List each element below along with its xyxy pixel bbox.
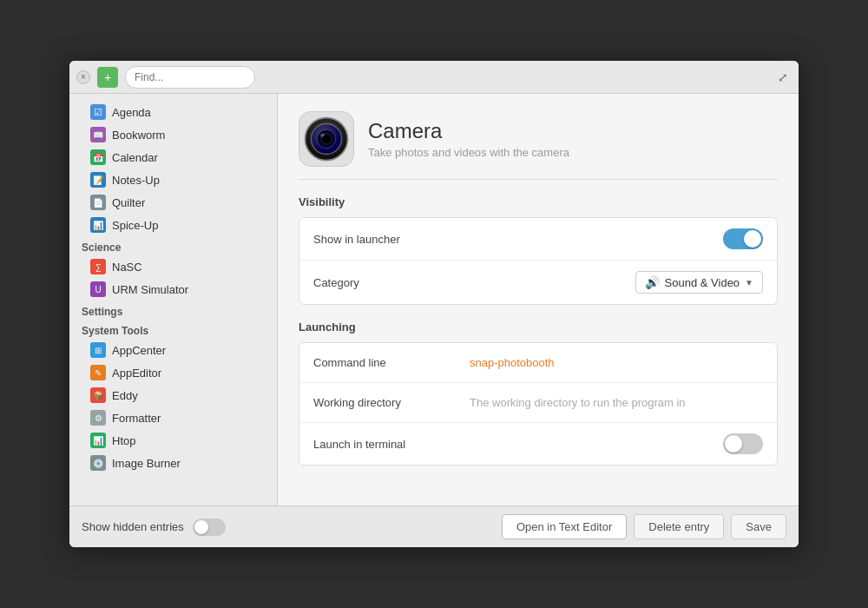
show-in-launcher-row: Show in launcher: [299, 218, 777, 261]
category-label: Category: [313, 276, 470, 289]
agenda-icon: ☑: [90, 104, 106, 120]
sidebar-item-label: AppCenter: [112, 344, 166, 357]
sidebar-item-agenda[interactable]: ☑ Agenda: [69, 101, 277, 123]
sidebar-item-appcenter[interactable]: ⊞ AppCenter: [69, 339, 277, 361]
sidebar-item-label: Formatter: [112, 412, 161, 425]
system-tools-section-label: System Tools: [69, 320, 277, 339]
app-subtitle: Take photos and videos with the camera: [368, 146, 569, 159]
sidebar-section-system-tools: System Tools ⊞ AppCenter ✎ AppEditor 📦 E…: [69, 320, 277, 474]
plus-icon: +: [104, 70, 111, 84]
sidebar: ☑ Agenda 📖 Bookworm 📅 Calendar 📝 Notes-U…: [69, 94, 278, 506]
image-burner-icon: 💿: [90, 455, 106, 471]
sidebar-section-settings: Settings: [69, 301, 277, 320]
sidebar-item-label: AppEditor: [112, 367, 161, 380]
sidebar-item-label: Spice-Up: [112, 219, 158, 232]
category-dropdown[interactable]: 🔊 Sound & Video ▼: [635, 271, 763, 294]
expand-button[interactable]: ⤢: [774, 69, 792, 86]
show-in-launcher-label: Show in launcher: [313, 233, 470, 246]
new-entry-button[interactable]: +: [97, 67, 118, 88]
category-row: Category 🔊 Sound & Video ▼: [299, 261, 777, 304]
sidebar-item-label: Htop: [112, 434, 135, 447]
sidebar-item-label: Eddy: [112, 389, 138, 402]
toggle-knob: [744, 230, 761, 248]
close-icon: ×: [81, 72, 86, 82]
nasc-icon: ∑: [90, 259, 106, 274]
sidebar-section-top: ☑ Agenda 📖 Bookworm 📅 Calendar 📝 Notes-U…: [69, 101, 277, 236]
open-in-text-editor-button[interactable]: Open in Text Editor: [502, 514, 627, 539]
sidebar-item-quilter[interactable]: 📄 Quilter: [69, 191, 277, 214]
visibility-section-title: Visibility: [299, 195, 778, 208]
sidebar-item-calendar[interactable]: 📅 Calendar: [69, 146, 277, 169]
main-window: × + ⤢ ☑ Agenda 📖 Bookworm 📅: [69, 61, 799, 547]
show-hidden-toggle[interactable]: [193, 519, 226, 536]
sidebar-section-science: Science ∑ NaSC U URM Simulator: [69, 236, 277, 301]
launch-in-terminal-row: Launch in terminal: [299, 423, 777, 465]
app-info: Camera Take photos and videos with the c…: [368, 119, 569, 159]
content-area: ☑ Agenda 📖 Bookworm 📅 Calendar 📝 Notes-U…: [69, 94, 799, 506]
spice-up-icon: 📊: [90, 217, 106, 233]
main-panel: Camera Take photos and videos with the c…: [278, 94, 799, 506]
bookworm-icon: 📖: [90, 127, 106, 142]
toggle-knob-hidden: [194, 520, 208, 534]
urm-simulator-icon: U: [90, 281, 106, 297]
launching-card: Command line snap-photobooth Working dir…: [299, 342, 778, 466]
app-header: Camera Take photos and videos with the c…: [299, 111, 778, 180]
command-line-row: Command line snap-photobooth: [299, 343, 777, 383]
sidebar-item-label: URM Simulator: [112, 283, 188, 296]
eddy-icon: 📦: [90, 387, 106, 403]
sidebar-item-label: Calendar: [112, 151, 158, 164]
notes-up-icon: 📝: [90, 172, 106, 188]
command-line-value[interactable]: snap-photobooth: [470, 356, 763, 369]
app-title: Camera: [368, 119, 569, 143]
titlebar: × + ⤢: [69, 61, 799, 94]
working-directory-placeholder[interactable]: The working directory to run the program…: [470, 396, 763, 409]
sidebar-item-label: Agenda: [112, 106, 151, 119]
delete-entry-button[interactable]: Delete entry: [634, 514, 724, 539]
category-icon: 🔊: [645, 275, 660, 289]
sidebar-item-image-burner[interactable]: 💿 Image Burner: [69, 452, 277, 474]
launching-section-title: Launching: [299, 321, 778, 334]
sidebar-item-notes-up[interactable]: 📝 Notes-Up: [69, 169, 277, 191]
sidebar-item-eddy[interactable]: 📦 Eddy: [69, 384, 277, 406]
expand-icon: ⤢: [778, 70, 788, 84]
sidebar-item-urm-simulator[interactable]: U URM Simulator: [69, 278, 277, 301]
sidebar-item-label: Bookworm: [112, 129, 165, 142]
sidebar-item-appeditor[interactable]: ✎ AppEditor: [69, 361, 277, 384]
category-value: Sound & Video: [665, 276, 740, 289]
calendar-icon: 📅: [90, 149, 106, 165]
footer: Show hidden entries Open in Text Editor …: [69, 506, 799, 547]
show-hidden-container: Show hidden entries: [82, 519, 226, 536]
sidebar-item-spice-up[interactable]: 📊 Spice-Up: [69, 214, 277, 236]
search-input[interactable]: [125, 66, 255, 89]
settings-section-label: Settings: [69, 301, 277, 320]
close-button[interactable]: ×: [76, 70, 90, 84]
command-line-label: Command line: [313, 356, 470, 369]
sidebar-item-htop[interactable]: 📊 Htop: [69, 429, 277, 452]
htop-icon: 📊: [90, 433, 106, 448]
appeditor-icon: ✎: [90, 365, 106, 380]
footer-actions: Open in Text Editor Delete entry Save: [502, 514, 786, 539]
sidebar-item-label: Quilter: [112, 196, 145, 209]
save-button[interactable]: Save: [731, 514, 786, 539]
camera-lens-svg: [302, 115, 351, 163]
sidebar-item-label: NaSC: [112, 261, 142, 274]
science-section-label: Science: [69, 236, 277, 255]
launch-in-terminal-label: Launch in terminal: [313, 438, 470, 451]
quilter-icon: 📄: [90, 195, 106, 210]
app-icon: [299, 111, 354, 167]
sidebar-item-nasc[interactable]: ∑ NaSC: [69, 255, 277, 278]
sidebar-item-formatter[interactable]: ⚙ Formatter: [69, 406, 277, 429]
visibility-card: Show in launcher Category 🔊 Sound & Vide…: [299, 217, 778, 305]
show-in-launcher-toggle[interactable]: [723, 228, 763, 249]
working-directory-row: Working directory The working directory …: [299, 383, 777, 423]
sidebar-item-label: Image Burner: [112, 457, 181, 470]
toggle-knob-terminal: [725, 435, 742, 453]
sidebar-item-label: Notes-Up: [112, 174, 160, 187]
sidebar-item-bookworm[interactable]: 📖 Bookworm: [69, 123, 277, 146]
working-directory-label: Working directory: [313, 396, 470, 409]
appcenter-icon: ⊞: [90, 342, 106, 358]
show-hidden-label: Show hidden entries: [82, 520, 184, 533]
dropdown-arrow-icon: ▼: [745, 278, 753, 287]
formatter-icon: ⚙: [90, 410, 106, 426]
launch-in-terminal-toggle[interactable]: [723, 433, 763, 454]
